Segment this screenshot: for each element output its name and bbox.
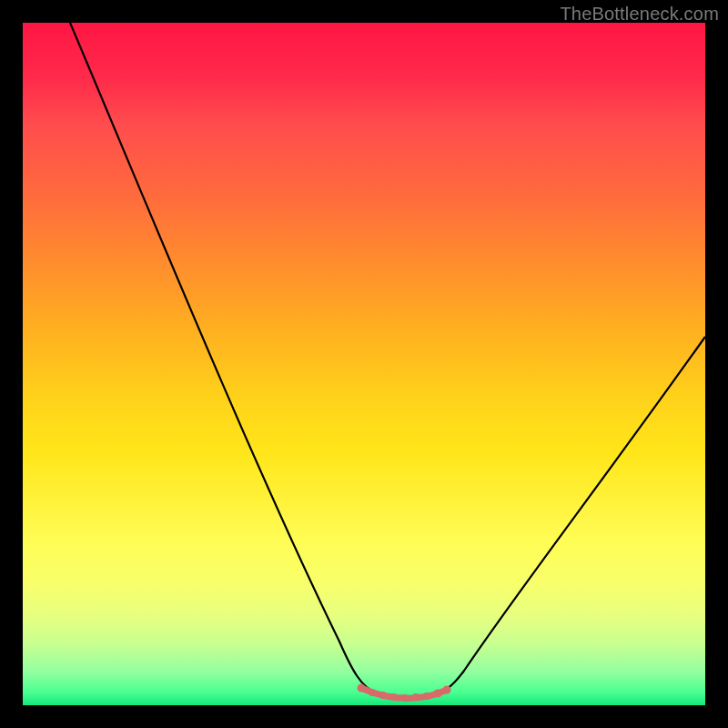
chart-area: [23, 23, 705, 705]
optimum-marker: [358, 684, 451, 703]
bottleneck-curve-line: [70, 23, 705, 697]
watermark-text: TheBottleneck.com: [560, 4, 719, 25]
chart-svg: [23, 23, 705, 705]
